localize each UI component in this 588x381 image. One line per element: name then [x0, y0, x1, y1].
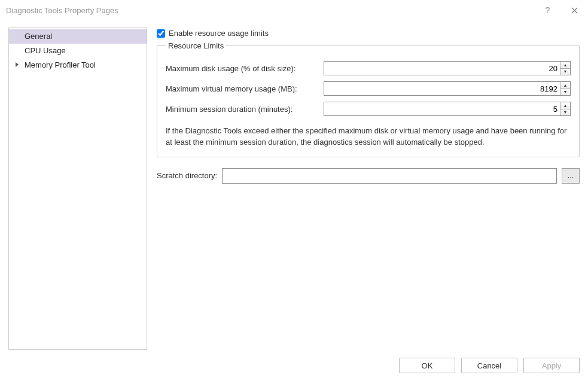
max-disk-input[interactable]: [324, 62, 560, 75]
sidebar-item-memory-profiler-tool[interactable]: Memory Profiler Tool: [9, 58, 147, 72]
scratch-directory-label: Scratch directory:: [157, 171, 217, 180]
max-vmem-row: Maximum virtual memory usage (MB): ▲ ▼: [166, 81, 571, 96]
close-icon: [571, 7, 578, 14]
help-button[interactable]: ?: [534, 1, 561, 19]
scratch-directory-row: Scratch directory: ...: [157, 168, 580, 184]
max-disk-row: Maximum disk usage (% of disk size): ▲ ▼: [166, 61, 571, 75]
resource-limits-info: If the Diagnostic Tools exceed either th…: [166, 126, 571, 148]
max-vmem-label: Maximum virtual memory usage (MB):: [166, 84, 320, 93]
category-sidebar: General CPU Usage Memory Profiler Tool: [8, 28, 147, 350]
enable-resource-limits-label: Enable resource usage limits: [169, 29, 269, 38]
sidebar-item-label: CPU Usage: [25, 46, 66, 55]
ok-button[interactable]: OK: [399, 358, 455, 373]
main-panel: Enable resource usage limits Resource Li…: [157, 28, 580, 350]
enable-resource-limits-input[interactable]: [157, 29, 165, 38]
max-vmem-spin-down[interactable]: ▼: [560, 89, 570, 96]
min-session-spin-up[interactable]: ▲: [560, 102, 570, 109]
max-disk-spinner: ▲ ▼: [324, 61, 571, 75]
min-session-row: Minimum session duration (minutes): ▲ ▼: [166, 102, 571, 116]
sidebar-item-cpu-usage[interactable]: CPU Usage: [9, 44, 147, 58]
max-vmem-spinner: ▲ ▼: [324, 81, 571, 96]
dialog-footer: OK Cancel Apply: [0, 350, 588, 381]
enable-resource-limits-checkbox[interactable]: Enable resource usage limits: [157, 29, 580, 38]
max-vmem-spin-up[interactable]: ▲: [560, 82, 570, 89]
sidebar-item-label: Memory Profiler Tool: [25, 60, 96, 69]
content-area: General CPU Usage Memory Profiler Tool E…: [0, 20, 588, 350]
sidebar-item-general[interactable]: General: [9, 29, 147, 44]
resource-limits-legend: Resource Limits: [166, 41, 226, 50]
max-disk-spinner-buttons: ▲ ▼: [560, 62, 570, 75]
scratch-directory-input[interactable]: [222, 168, 557, 184]
min-session-input[interactable]: [324, 102, 560, 115]
max-disk-spin-up[interactable]: ▲: [560, 62, 570, 69]
min-session-label: Minimum session duration (minutes):: [166, 105, 320, 114]
max-vmem-input[interactable]: [324, 82, 560, 95]
close-button[interactable]: [561, 1, 588, 19]
max-disk-spin-down[interactable]: ▼: [560, 69, 570, 75]
titlebar: Diagnostic Tools Property Pages ?: [0, 0, 588, 20]
min-session-spin-down[interactable]: ▼: [560, 109, 570, 116]
resource-limits-group: Resource Limits Maximum disk usage (% of…: [157, 41, 580, 157]
scratch-directory-browse-button[interactable]: ...: [562, 168, 580, 184]
sidebar-item-label: General: [25, 32, 52, 41]
max-vmem-spinner-buttons: ▲ ▼: [560, 82, 570, 95]
min-session-spinner-buttons: ▲ ▼: [560, 102, 570, 115]
apply-button[interactable]: Apply: [523, 358, 580, 373]
cancel-button[interactable]: Cancel: [461, 358, 517, 373]
max-disk-label: Maximum disk usage (% of disk size):: [166, 64, 320, 73]
window-title: Diagnostic Tools Property Pages: [6, 6, 534, 15]
min-session-spinner: ▲ ▼: [324, 102, 571, 116]
